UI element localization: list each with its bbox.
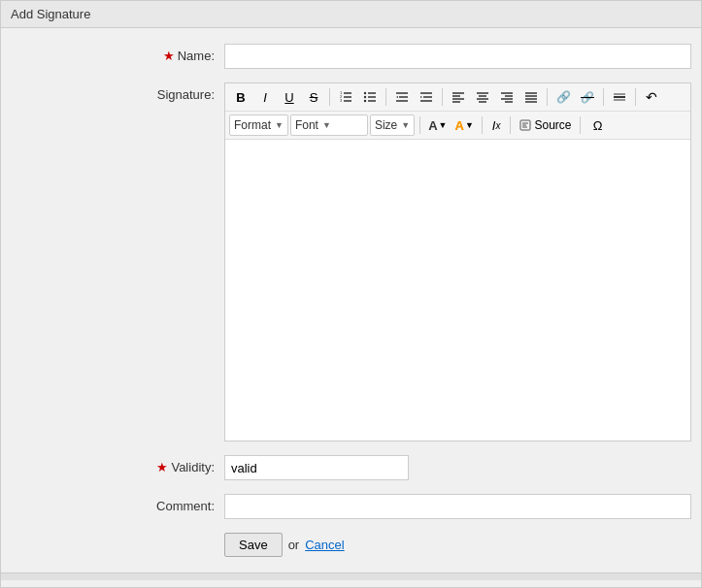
font-bgcolor-button[interactable]: A ▼ — [452, 114, 477, 136]
separator7 — [419, 116, 420, 134]
align-center-button[interactable] — [471, 86, 494, 108]
size-dropdown[interactable]: Size ▼ — [370, 114, 415, 136]
comment-row: Comment: — [11, 494, 691, 519]
signature-label: Signature: — [11, 82, 224, 102]
font-bgcolor-arrow: ▼ — [465, 120, 474, 130]
comment-input[interactable] — [224, 494, 691, 519]
separator8 — [482, 116, 483, 134]
validity-row: ★Validity: — [11, 455, 691, 480]
form-actions: Save or Cancel — [224, 533, 691, 557]
svg-point-10 — [364, 96, 366, 98]
undo-button[interactable]: ↶ — [640, 86, 663, 108]
separator4 — [547, 88, 548, 106]
svg-point-9 — [364, 92, 366, 94]
name-input[interactable] — [224, 44, 691, 69]
align-left-button[interactable] — [447, 86, 470, 108]
clear-format-button[interactable]: Ix — [487, 114, 506, 136]
separator2 — [385, 88, 386, 106]
svg-text:3: 3 — [340, 98, 343, 103]
source-icon — [519, 119, 531, 131]
signature-editor-container: B I U S 123 — [224, 82, 691, 441]
font-color-button[interactable]: A ▼ — [425, 114, 450, 136]
add-signature-window: Add Signature ★Name: Signature: B I U — [0, 0, 702, 588]
hr-button[interactable] — [608, 86, 631, 108]
validity-input[interactable] — [224, 455, 409, 480]
size-dropdown-arrow: ▼ — [401, 120, 410, 130]
omega-button[interactable]: Ω — [585, 114, 609, 136]
separator5 — [603, 88, 604, 106]
unlink-button[interactable]: 🔗 — [576, 86, 599, 108]
svg-marker-19 — [420, 96, 422, 98]
comment-label: Comment: — [11, 494, 224, 513]
format-dropdown[interactable]: Format ▼ — [229, 114, 288, 136]
name-field-container — [224, 44, 691, 69]
name-label: ★Name: — [11, 44, 224, 63]
align-justify-button[interactable] — [519, 86, 543, 108]
toolbar-row1: B I U S 123 — [225, 83, 690, 112]
separator1 — [329, 88, 330, 106]
bold-button[interactable]: B — [229, 86, 252, 108]
outdent-button[interactable] — [390, 86, 414, 108]
editor-content-area[interactable] — [225, 140, 690, 441]
validity-required-star: ★ — [156, 460, 168, 474]
name-row: ★Name: — [11, 44, 691, 69]
underline-button[interactable]: U — [278, 86, 301, 108]
italic-button[interactable]: I — [253, 86, 277, 108]
signature-editor: B I U S 123 — [224, 82, 691, 441]
comment-field-container — [224, 494, 691, 519]
separator9 — [510, 116, 511, 134]
scrollbar[interactable] — [1, 572, 701, 580]
ordered-list-button[interactable]: 123 — [334, 86, 357, 108]
validity-field-container — [224, 455, 691, 480]
save-button[interactable]: Save — [224, 533, 283, 557]
separator3 — [442, 88, 443, 106]
align-right-button[interactable] — [495, 86, 518, 108]
font-dropdown[interactable]: Font ▼ — [290, 114, 368, 136]
name-required-star: ★ — [163, 49, 175, 63]
svg-marker-15 — [396, 96, 398, 98]
font-color-arrow: ▼ — [439, 120, 448, 130]
cancel-button[interactable]: Cancel — [305, 538, 344, 552]
signature-row: Signature: B I U S 123 — [11, 82, 691, 441]
or-text: or — [288, 538, 300, 552]
window-title: Add Signature — [1, 1, 701, 28]
separator10 — [580, 116, 581, 134]
toolbar-row2: Format ▼ Font ▼ Size ▼ A — [225, 112, 690, 140]
separator6 — [635, 88, 636, 106]
link-button[interactable]: 🔗 — [552, 86, 575, 108]
validity-label: ★Validity: — [11, 455, 224, 474]
format-dropdown-arrow: ▼ — [275, 120, 284, 130]
indent-button[interactable] — [415, 86, 438, 108]
unordered-list-button[interactable] — [358, 86, 382, 108]
source-button[interactable]: Source — [516, 114, 575, 136]
strikethrough-button[interactable]: S — [302, 86, 325, 108]
svg-point-11 — [364, 100, 366, 102]
font-dropdown-arrow: ▼ — [322, 120, 331, 130]
